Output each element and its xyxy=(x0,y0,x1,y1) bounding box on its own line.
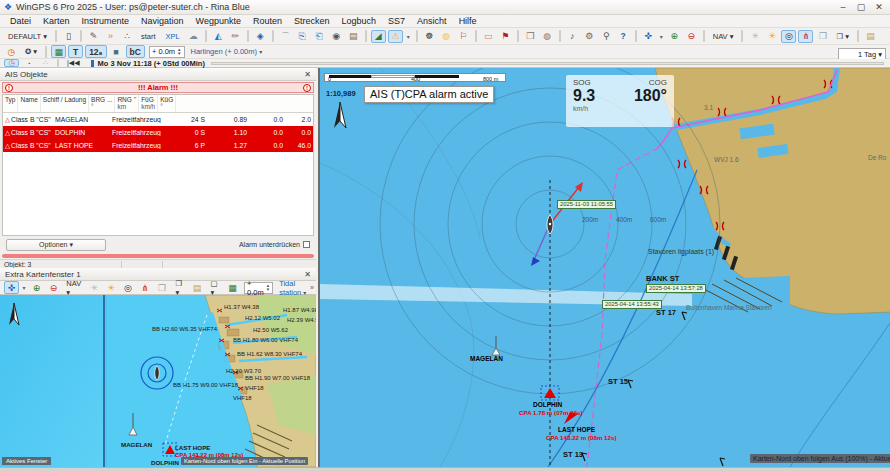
layout-select[interactable]: ❒ ▾ xyxy=(171,281,187,294)
copy-icon[interactable]: ⎘ xyxy=(295,30,310,43)
water-level-spinner[interactable]: + 0.0m ▲▼ xyxy=(244,282,273,294)
ais-table-row[interactable]: △Class B "CS" DOLPHIN Freizeitfahrzeug 0… xyxy=(3,126,313,139)
globe-icon[interactable]: ◍ xyxy=(540,30,555,43)
column-header[interactable]: Schiff / Ladung xyxy=(41,95,89,112)
toolbar-button[interactable] xyxy=(475,30,477,42)
menu-item[interactable]: Wegpunkte xyxy=(190,16,247,26)
menu-item[interactable]: Hilfe xyxy=(453,16,483,26)
depth-numbers-toggle[interactable]: 12₈ xyxy=(85,45,106,58)
close-button[interactable]: ✕ xyxy=(870,0,888,14)
pip-window-button[interactable]: ❐ xyxy=(154,281,169,294)
options-button[interactable]: Optionen ▾ xyxy=(6,239,106,251)
minimize-button[interactable]: – xyxy=(834,0,852,14)
menu-item[interactable]: Datei xyxy=(4,16,37,26)
menu-item[interactable]: Ansicht xyxy=(411,16,453,26)
weather-icon[interactable]: ☁ xyxy=(186,30,201,43)
time-toggle[interactable]: ◷ xyxy=(4,59,19,67)
zoom-out-button[interactable]: ⊖ xyxy=(46,281,61,294)
toolbar-button[interactable] xyxy=(703,30,705,42)
layout-select[interactable]: ❒ ▾ xyxy=(832,30,853,43)
chart-folder-button[interactable]: ▤ xyxy=(190,281,205,294)
menu-item[interactable]: Karten xyxy=(37,16,76,26)
water-level-spinner[interactable]: + 0.0m ▲▼ xyxy=(149,46,185,58)
network-toggle[interactable]: ⋔ xyxy=(798,30,813,43)
column-header[interactable]: Name xyxy=(18,95,40,112)
waypoints-icon[interactable]: ∴ xyxy=(120,30,135,43)
screen-select[interactable]: ▢ ▾ xyxy=(207,281,223,294)
center-target-toggle[interactable]: ◎ xyxy=(781,30,796,43)
toolbar-button[interactable] xyxy=(559,30,561,42)
nav-mode-select[interactable]: NAV ▾ xyxy=(709,30,738,43)
pip-window-icon[interactable]: ❐ xyxy=(815,30,830,43)
grib-icon[interactable]: ▤ xyxy=(346,30,361,43)
suppress-alarm-checkbox[interactable] xyxy=(303,241,310,248)
menu-item[interactable]: SS7 xyxy=(382,16,411,26)
chart-route-toggle[interactable]: ◢ xyxy=(371,30,386,43)
column-header[interactable]: FüGkm/h xyxy=(139,95,158,112)
pan-caret[interactable]: ▾ xyxy=(658,30,665,43)
zoom-out-icon[interactable]: ⊖ xyxy=(684,30,699,43)
instruments-icon[interactable]: ▯ xyxy=(61,30,76,43)
vane-icon[interactable]: ⚐ xyxy=(456,30,471,43)
bulb-off-icon[interactable]: ☀ xyxy=(86,281,101,294)
bulb-on-icon[interactable]: ☀ xyxy=(103,281,118,294)
spinner-arrows-icon[interactable]: ▲▼ xyxy=(177,48,181,55)
timeline-marker[interactable] xyxy=(91,60,94,67)
zoom-in-icon[interactable]: ⊕ xyxy=(667,30,682,43)
toolbar-button[interactable] xyxy=(857,30,859,42)
warning-caret[interactable]: ▾ xyxy=(405,30,412,43)
column-header[interactable]: RNG ''km xyxy=(115,95,139,112)
spinner-arrows-icon[interactable]: ▲▼ xyxy=(266,284,270,291)
toolbar-button[interactable] xyxy=(55,30,57,42)
route-edit-icon[interactable]: ✎ xyxy=(86,30,101,43)
dividers-icon[interactable]: ✏ xyxy=(228,30,243,43)
chart-category-toggle[interactable]: bC xyxy=(126,45,145,58)
chart-upload-icon[interactable]: ◭ xyxy=(211,30,226,43)
tide-station-select[interactable]: Harlingen (+ 0.00m) ▾ xyxy=(188,47,266,56)
extra-map-area[interactable]: Aktives Fenster xyxy=(0,295,316,467)
pan-caret[interactable]: ▾ xyxy=(21,281,27,294)
ais-table-row[interactable]: △Class B "CS" MAGELAN Freizeitfahrzeug 2… xyxy=(3,113,313,126)
column-header[interactable]: KüG° xyxy=(158,95,176,112)
lasso-icon[interactable]: ⌒ xyxy=(278,30,293,43)
toolbar-button[interactable] xyxy=(45,46,47,58)
menu-item[interactable]: Routen xyxy=(247,16,288,26)
waypoint-diamond-icon[interactable]: ◈ xyxy=(253,30,268,43)
search-icon[interactable]: ⚲ xyxy=(599,30,614,43)
toolbar-button[interactable] xyxy=(416,30,418,42)
pan-mode-button[interactable]: ✜ xyxy=(4,281,19,294)
menu-item[interactable]: Navigation xyxy=(135,16,190,26)
traffic-light-icon[interactable]: ◍ xyxy=(439,30,454,43)
deep-water-toggle[interactable]: ■ xyxy=(109,45,124,58)
chart-borders-button[interactable]: ▦ xyxy=(225,281,240,294)
toolbar-button[interactable] xyxy=(635,30,637,42)
compass-select[interactable]: ✪ ▾ xyxy=(21,45,41,58)
center-target-button[interactable]: ◎ xyxy=(120,281,135,294)
toolbar-button[interactable] xyxy=(80,30,82,42)
zoom-in-button[interactable]: ⊕ xyxy=(29,281,44,294)
area-icon[interactable]: ▭ xyxy=(481,30,496,43)
start-route-button[interactable]: start xyxy=(137,30,160,43)
close-icon[interactable]: ✕ xyxy=(304,270,311,279)
maximize-button[interactable]: ▢ xyxy=(852,0,870,14)
steering-icon[interactable]: ☸ xyxy=(422,30,437,43)
menu-item[interactable]: Logbuch xyxy=(336,16,383,26)
close-icon[interactable]: ✕ xyxy=(304,70,311,79)
clock-icon[interactable]: ◷ xyxy=(4,45,19,58)
cards-icon[interactable]: ❒ xyxy=(523,30,538,43)
tools-icon[interactable]: ⚙ xyxy=(582,30,597,43)
xpl-button[interactable]: XPL xyxy=(162,30,184,43)
help-icon[interactable]: ? xyxy=(616,30,631,43)
menu-item[interactable]: Instrumente xyxy=(76,16,136,26)
overflow-button[interactable]: » xyxy=(310,284,314,291)
toolbar-button[interactable] xyxy=(205,30,207,42)
toolbar-button[interactable] xyxy=(57,59,59,67)
timeline-slider[interactable] xyxy=(211,62,884,65)
chart-borders-toggle[interactable]: ▦ xyxy=(51,45,66,58)
menu-item[interactable]: Strecken xyxy=(288,16,336,26)
column-header[interactable]: Typ xyxy=(3,95,18,112)
network-button[interactable]: ⋔ xyxy=(137,281,152,294)
route-follow-icon[interactable]: » xyxy=(103,30,118,43)
binocular-icon[interactable]: ◉ xyxy=(329,30,344,43)
rewind-button[interactable]: |◀◀ xyxy=(63,59,84,67)
